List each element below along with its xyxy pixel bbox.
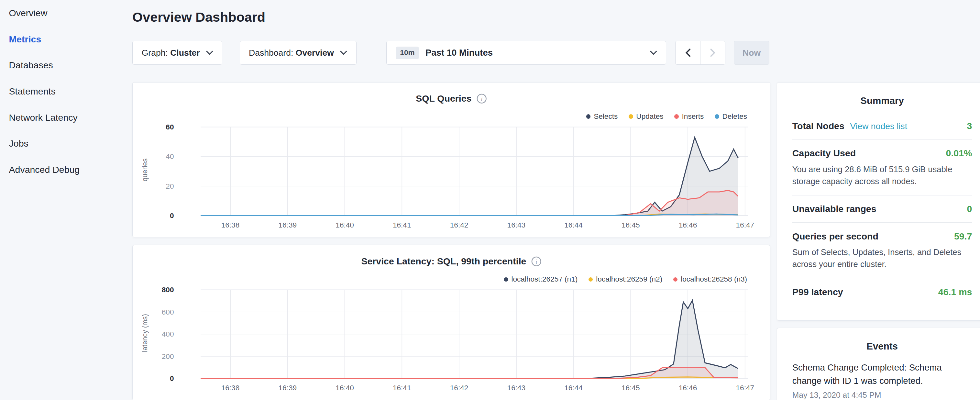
sidebar-item-overview[interactable]: Overview bbox=[0, 0, 130, 26]
chart-plot: 020406016:3816:3916:4016:4116:4216:4316:… bbox=[145, 118, 769, 233]
svg-text:16:42: 16:42 bbox=[450, 221, 468, 229]
main-content: Overview Dashboard Graph: Cluster Dashbo… bbox=[132, 0, 980, 400]
charts-column: SQL Queries i SelectsUpdatesInsertsDelet… bbox=[132, 82, 770, 400]
sidebar-item-network-latency[interactable]: Network Latency bbox=[0, 105, 130, 131]
summary-label: Total Nodes bbox=[792, 121, 845, 131]
summary-label: Queries per second bbox=[792, 231, 878, 241]
svg-text:0: 0 bbox=[170, 211, 174, 220]
summary-value: 0 bbox=[967, 204, 972, 214]
chevron-right-icon bbox=[710, 49, 716, 57]
service-latency-chart-panel: Service Latency: SQL, 99th percentile i … bbox=[132, 245, 770, 400]
summary-row: Unavailable ranges0 bbox=[792, 196, 972, 223]
page-title: Overview Dashboard bbox=[132, 10, 980, 25]
svg-text:i: i bbox=[535, 258, 537, 265]
time-range-selector[interactable]: 10m Past 10 Minutes bbox=[386, 41, 666, 65]
summary-note: You are using 28.6 MiB of 515.9 GiB usab… bbox=[792, 163, 972, 187]
sidebar-item-databases[interactable]: Databases bbox=[0, 52, 130, 78]
controls-bar: Graph: Cluster Dashboard: Overview 10m P… bbox=[132, 41, 980, 65]
chevron-down-icon bbox=[206, 51, 213, 55]
svg-text:16:45: 16:45 bbox=[622, 384, 640, 392]
svg-text:16:46: 16:46 bbox=[679, 384, 697, 392]
chart-plot: 020040060080016:3816:3916:4016:4116:4216… bbox=[145, 281, 769, 395]
summary-label: Unavailable ranges bbox=[792, 204, 877, 214]
svg-text:16:41: 16:41 bbox=[393, 221, 411, 229]
right-column: Summary Total NodesView nodes list3Capac… bbox=[777, 82, 980, 400]
svg-text:16:38: 16:38 bbox=[221, 384, 240, 392]
svg-text:16:40: 16:40 bbox=[336, 221, 354, 229]
svg-text:16:42: 16:42 bbox=[450, 384, 468, 392]
svg-text:16:46: 16:46 bbox=[679, 221, 697, 229]
summary-value: 59.7 bbox=[954, 231, 972, 242]
graph-scope-dropdown[interactable]: Graph: Cluster bbox=[132, 41, 222, 65]
summary-rows: Total NodesView nodes list3Capacity Used… bbox=[792, 112, 972, 305]
events-list: Schema Change Completed: Schema change w… bbox=[792, 358, 972, 400]
svg-text:16:40: 16:40 bbox=[336, 384, 354, 392]
svg-text:16:38: 16:38 bbox=[221, 221, 240, 229]
svg-text:16:47: 16:47 bbox=[736, 384, 754, 392]
graph-scope-label: Graph: Cluster bbox=[142, 48, 200, 58]
dashboard-content: SQL Queries i SelectsUpdatesInsertsDelet… bbox=[132, 82, 980, 400]
time-forward-button[interactable] bbox=[700, 41, 726, 65]
svg-text:i: i bbox=[481, 95, 482, 102]
sql-queries-chart-panel: SQL Queries i SelectsUpdatesInsertsDelet… bbox=[132, 82, 770, 237]
svg-text:16:39: 16:39 bbox=[278, 384, 297, 392]
sidebar-nav: OverviewMetricsDatabasesStatementsNetwor… bbox=[0, 0, 130, 400]
summary-title: Summary bbox=[792, 83, 972, 113]
event-item: Schema Change Completed: Schema change w… bbox=[792, 358, 972, 400]
now-button[interactable]: Now bbox=[734, 41, 769, 65]
summary-label: P99 latency bbox=[792, 287, 843, 297]
summary-value: 46.1 ms bbox=[938, 287, 972, 297]
sidebar-item-statements[interactable]: Statements bbox=[0, 78, 130, 105]
svg-text:16:41: 16:41 bbox=[393, 384, 411, 392]
svg-text:16:44: 16:44 bbox=[565, 221, 583, 229]
summary-value: 0.01% bbox=[946, 148, 972, 159]
svg-text:20: 20 bbox=[166, 182, 174, 190]
events-title: Events bbox=[792, 328, 972, 358]
svg-text:16:45: 16:45 bbox=[622, 221, 640, 229]
chevron-left-icon bbox=[685, 49, 691, 57]
summary-row: Queries per second59.7Sum of Selects, Up… bbox=[792, 223, 972, 278]
app-viewport: OverviewMetricsDatabasesStatementsNetwor… bbox=[0, 0, 980, 400]
svg-text:16:39: 16:39 bbox=[278, 221, 297, 229]
chart-title: SQL Queries bbox=[416, 93, 471, 104]
svg-text:600: 600 bbox=[162, 308, 174, 316]
sidebar-item-metrics[interactable]: Metrics bbox=[0, 26, 130, 53]
dashboard-label: Dashboard: Overview bbox=[249, 48, 334, 58]
info-icon[interactable]: i bbox=[477, 94, 487, 104]
event-text: Schema Change Completed: Schema change w… bbox=[792, 361, 972, 388]
time-range-label: Past 10 Minutes bbox=[425, 48, 644, 58]
summary-note: Sum of Selects, Updates, Inserts, and De… bbox=[792, 246, 972, 270]
time-range-badge: 10m bbox=[396, 46, 419, 59]
chart-title: Service Latency: SQL, 99th percentile bbox=[361, 256, 526, 267]
svg-text:16:44: 16:44 bbox=[565, 384, 583, 392]
svg-text:0: 0 bbox=[170, 375, 174, 382]
summary-label: Capacity Used bbox=[792, 148, 856, 158]
info-icon[interactable]: i bbox=[531, 256, 541, 266]
summary-value: 3 bbox=[967, 121, 972, 131]
summary-row: Total NodesView nodes list3 bbox=[792, 112, 972, 139]
sidebar-item-jobs[interactable]: Jobs bbox=[0, 131, 130, 157]
chevron-down-icon bbox=[650, 51, 657, 55]
summary-panel: Summary Total NodesView nodes list3Capac… bbox=[777, 82, 980, 321]
sidebar-item-advanced-debug[interactable]: Advanced Debug bbox=[0, 157, 130, 183]
events-panel: Events Schema Change Completed: Schema c… bbox=[777, 328, 980, 400]
dashboard-dropdown[interactable]: Dashboard: Overview bbox=[240, 41, 356, 65]
time-pager bbox=[675, 41, 725, 65]
view-nodes-list-link[interactable]: View nodes list bbox=[850, 121, 907, 131]
svg-text:200: 200 bbox=[162, 352, 174, 360]
summary-row: Capacity Used0.01%You are using 28.6 MiB… bbox=[792, 140, 972, 196]
svg-text:40: 40 bbox=[166, 153, 174, 161]
svg-text:16:43: 16:43 bbox=[507, 221, 526, 229]
svg-text:800: 800 bbox=[162, 286, 174, 294]
summary-row: P99 latency46.1 ms bbox=[792, 278, 972, 305]
svg-text:16:43: 16:43 bbox=[507, 384, 526, 392]
time-back-button[interactable] bbox=[675, 41, 701, 65]
chevron-down-icon bbox=[340, 51, 347, 55]
event-timestamp: May 13, 2020 at 4:45 PM bbox=[792, 390, 972, 400]
svg-text:400: 400 bbox=[162, 330, 174, 338]
svg-text:16:47: 16:47 bbox=[736, 221, 754, 229]
svg-text:60: 60 bbox=[166, 123, 174, 131]
